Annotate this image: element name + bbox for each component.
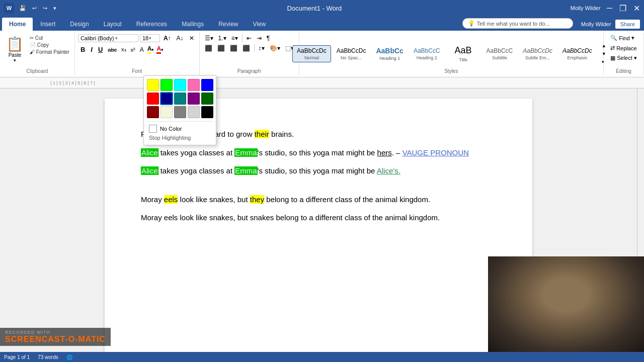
- style-no-spacing[interactable]: AaBbCcDc No Spac...: [332, 45, 371, 62]
- tab-review[interactable]: Review: [211, 18, 245, 31]
- bold-button[interactable]: B: [78, 45, 88, 54]
- style-heading1[interactable]: AaBbCc Heading 1: [371, 45, 408, 63]
- style-heading1-label: Heading 1: [379, 56, 400, 61]
- color-black[interactable]: [201, 106, 213, 118]
- align-right-button[interactable]: ⬛: [228, 44, 239, 53]
- tab-references[interactable]: References: [129, 18, 174, 31]
- color-gray-25[interactable]: [188, 106, 200, 118]
- color-picker-divider: [147, 121, 213, 122]
- style-title[interactable]: AaB Title: [446, 43, 481, 64]
- color-gray-50[interactable]: [174, 106, 186, 118]
- superscript-button[interactable]: x²: [129, 46, 137, 54]
- bullets-button[interactable]: ☰▾: [203, 34, 215, 43]
- share-button[interactable]: Share: [615, 20, 640, 29]
- underline-button[interactable]: U: [96, 45, 105, 54]
- style-emphasis[interactable]: AaBbCcDc Emphasis: [558, 45, 597, 62]
- tell-me-input[interactable]: 💡 Tell me what you want to do...: [462, 18, 573, 29]
- tab-home[interactable]: Home: [2, 18, 33, 31]
- color-cyan[interactable]: [174, 79, 186, 91]
- style-title-preview: AaB: [455, 45, 472, 56]
- para3-alice: Alice: [141, 166, 158, 175]
- style-subtitle-label: Subtitle: [492, 55, 507, 60]
- cut-button[interactable]: ✂ Cut: [28, 35, 71, 41]
- para2-dash: . –: [392, 148, 403, 157]
- increase-indent-button[interactable]: ⇥: [255, 34, 264, 43]
- stop-highlighting-button[interactable]: Stop Highlighting: [147, 134, 213, 142]
- color-yellow[interactable]: [147, 79, 159, 91]
- close-button[interactable]: ✕: [633, 4, 640, 13]
- find-button[interactable]: 🔍 Find ▾: [607, 34, 640, 42]
- styles-group: AaBbCcDc Normal AaBbCcDc No Spac... AaBb…: [299, 33, 604, 75]
- save-button[interactable]: 💾: [17, 4, 28, 13]
- font-name-selector[interactable]: Calibri (Body) ▾: [78, 34, 138, 42]
- style-normal-preview: AaBbCcDc: [297, 47, 327, 54]
- lightbulb-icon: 💡: [468, 20, 475, 27]
- para3-alices: Alice's.: [377, 166, 400, 175]
- color-dark-blue[interactable]: [160, 93, 173, 105]
- para2-hers: hers: [377, 148, 392, 157]
- customize-qa-button[interactable]: ▾: [51, 4, 58, 13]
- clipboard-small-buttons: ✂ Cut 📄 Copy 🖌 Format Painter: [28, 35, 71, 55]
- copy-button[interactable]: 📄 Copy: [28, 42, 71, 48]
- undo-button[interactable]: ↩: [30, 4, 39, 13]
- user-name: Molly Wilder: [571, 5, 601, 11]
- decrease-indent-button[interactable]: ⇤: [245, 34, 254, 43]
- shading-button[interactable]: 🎨▾: [268, 44, 282, 53]
- style-subtle-em[interactable]: AaBbCcDc Subtle Em...: [518, 45, 557, 62]
- style-heading2-preview: AaBbCcC: [414, 47, 440, 54]
- font-size-selector[interactable]: 18 ▾: [140, 34, 160, 42]
- ribbon-content: 📋 Paste ▾ ✂ Cut 📄 Copy 🖌 Format Painter …: [0, 31, 644, 77]
- watermark-brand: SCREENCAST-O-MATIC: [5, 335, 106, 344]
- tab-layout[interactable]: Layout: [97, 18, 129, 31]
- color-blue[interactable]: [201, 79, 213, 91]
- italic-button[interactable]: I: [88, 45, 95, 54]
- subscript-button[interactable]: x₂: [119, 45, 128, 54]
- restore-button[interactable]: ❐: [619, 4, 626, 13]
- color-dark-green[interactable]: [201, 93, 213, 105]
- ruler: | 1 | 2 | 3 | 4 | 5 | 6 | 7 |: [0, 77, 644, 88]
- numbering-button[interactable]: 1.▾: [216, 34, 228, 43]
- align-left-button[interactable]: ⬛: [203, 44, 214, 53]
- no-color-button[interactable]: No Color: [147, 124, 213, 134]
- shrink-font-button[interactable]: A↓: [175, 34, 186, 43]
- clear-format-button[interactable]: ✕: [187, 34, 196, 43]
- color-picker-dropdown: No Color Stop Highlighting: [143, 75, 216, 145]
- text-highlight-color-button[interactable]: A ▾: [146, 45, 155, 54]
- select-icon: ▦: [610, 55, 615, 61]
- paste-button[interactable]: 📋 Paste ▾: [3, 35, 27, 64]
- color-violet[interactable]: [188, 93, 200, 105]
- minimize-button[interactable]: ─: [607, 4, 612, 13]
- format-painter-button[interactable]: 🖌 Format Painter: [28, 49, 71, 55]
- style-subtitle[interactable]: AaBbCcC Subtitle: [482, 45, 518, 62]
- tab-insert[interactable]: Insert: [33, 18, 62, 31]
- strikethrough-button[interactable]: abc: [106, 46, 119, 54]
- multilevel-list-button[interactable]: ≡▾: [229, 34, 240, 43]
- highlight-dropdown-arrow[interactable]: ▾: [151, 47, 154, 52]
- font-dropdown-icon: ▾: [115, 36, 118, 41]
- style-heading2[interactable]: AaBbCcC Heading 2: [409, 45, 445, 62]
- font-color-dropdown-arrow[interactable]: ▾: [161, 47, 164, 52]
- font-color-button[interactable]: A ▾: [155, 45, 165, 54]
- paragraph-2: Alice takes yoga classes at Emma's studi…: [141, 147, 496, 159]
- tab-mailings[interactable]: Mailings: [175, 18, 211, 31]
- color-tan[interactable]: [160, 106, 173, 118]
- para3-part1: takes yoga classes at: [158, 166, 235, 175]
- justify-button[interactable]: ⬛: [240, 44, 252, 53]
- select-button[interactable]: ▦ Select ▾: [607, 54, 640, 62]
- grow-font-button[interactable]: A↑: [162, 34, 173, 43]
- text-effects-button[interactable]: A: [138, 45, 146, 54]
- color-teal[interactable]: [174, 93, 186, 105]
- replace-button[interactable]: ⇄ Replace: [607, 44, 640, 52]
- align-center-button[interactable]: ⬛: [215, 44, 227, 53]
- redo-button[interactable]: ↪: [41, 4, 49, 13]
- color-red[interactable]: [147, 93, 159, 105]
- color-bright-green[interactable]: [160, 79, 173, 91]
- line-spacing-button[interactable]: ↕▾: [257, 44, 267, 53]
- color-pink[interactable]: [188, 79, 200, 91]
- tab-view[interactable]: View: [246, 18, 273, 31]
- style-subtitle-preview: AaBbCcC: [487, 47, 513, 54]
- tab-design[interactable]: Design: [63, 18, 96, 31]
- style-normal[interactable]: AaBbCcDc Normal: [292, 45, 331, 62]
- show-formatting-button[interactable]: ¶: [265, 34, 272, 43]
- color-dark-red[interactable]: [147, 106, 159, 118]
